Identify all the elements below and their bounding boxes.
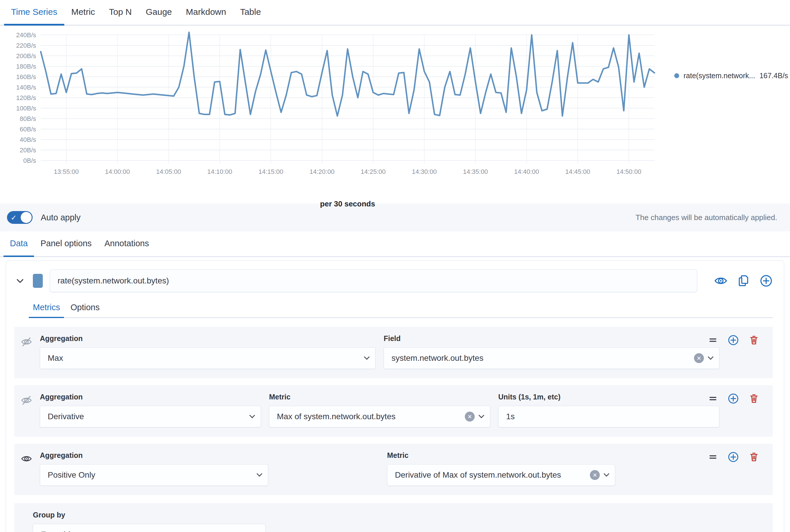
tab-data[interactable]: Data — [3, 231, 34, 257]
tab-metric[interactable]: Metric — [64, 0, 102, 25]
aggregation-select[interactable]: Positive Only — [40, 464, 268, 486]
metric-hidden-button[interactable] — [21, 395, 32, 407]
svg-text:14:20:00: 14:20:00 — [310, 168, 334, 175]
clear-selection-icon[interactable]: ✕ — [590, 470, 600, 480]
collapse-series-button[interactable] — [14, 276, 26, 286]
metric-value: Max of system.network.out.bytes — [277, 412, 396, 421]
units-label: Units (1s, 1m, etc) — [498, 393, 719, 401]
aggregation-label: Aggregation — [40, 393, 261, 401]
tab-options[interactable]: Options — [66, 299, 104, 318]
legend-series-label: rate(system.network... — [683, 72, 755, 80]
svg-text:14:15:00: 14:15:00 — [258, 168, 283, 175]
chevron-down-icon — [708, 354, 714, 360]
row-actions — [708, 334, 759, 346]
svg-text:13:55:00: 13:55:00 — [54, 168, 79, 175]
drag-handle-icon[interactable] — [708, 393, 718, 404]
add-metric-icon[interactable] — [728, 334, 739, 346]
metric-group: Metric Max of system.network.out.bytes ✕ — [269, 393, 490, 428]
eye-slash-icon — [21, 395, 32, 406]
chevron-down-icon — [364, 354, 370, 360]
tab-annotations[interactable]: Annotations — [98, 231, 155, 257]
svg-text:20B/s: 20B/s — [20, 147, 36, 154]
svg-text:14:35:00: 14:35:00 — [463, 168, 488, 175]
delete-metric-icon[interactable] — [748, 393, 759, 404]
group-by-label: Group by — [33, 511, 773, 519]
metric-combobox[interactable]: Max of system.network.out.bytes ✕ — [269, 406, 490, 428]
chevron-down-icon — [254, 531, 260, 532]
svg-text:60B/s: 60B/s — [20, 126, 36, 133]
metric-row-max: Aggregation Max Field system.network.out… — [14, 327, 773, 378]
auto-apply-toggle[interactable]: ✓ — [7, 211, 33, 224]
series-sub-tabs: Metrics Options — [29, 299, 773, 318]
eye-icon — [714, 274, 728, 287]
chevron-down-icon — [15, 276, 25, 286]
svg-text:180B/s: 180B/s — [16, 63, 36, 70]
field-label: Field — [384, 334, 719, 343]
aggregation-select[interactable]: Max — [40, 347, 375, 369]
chevron-down-icon — [604, 471, 610, 477]
check-icon: ✓ — [11, 214, 17, 222]
tab-time-series[interactable]: Time Series — [4, 0, 64, 25]
tab-panel-options[interactable]: Panel options — [34, 231, 98, 257]
add-metric-icon[interactable] — [728, 393, 739, 404]
series-header — [14, 268, 773, 293]
aggregation-label: Aggregation — [40, 451, 268, 460]
metric-label: Metric — [387, 451, 616, 460]
series-label-input[interactable] — [50, 269, 697, 292]
svg-text:0B/s: 0B/s — [23, 157, 36, 164]
delete-metric-icon[interactable] — [748, 335, 759, 346]
chart-legend-item[interactable]: rate(system.network... 167.4B/s — [674, 72, 788, 80]
svg-text:14:40:00: 14:40:00 — [514, 168, 539, 175]
svg-text:100B/s: 100B/s — [16, 104, 36, 112]
svg-text:14:25:00: 14:25:00 — [361, 168, 386, 175]
aggregation-label: Aggregation — [40, 334, 375, 343]
aggregation-select[interactable]: Derivative — [40, 406, 261, 428]
units-group: Units (1s, 1m, etc) — [498, 393, 719, 428]
field-combobox[interactable]: system.network.out.bytes ✕ — [384, 347, 719, 369]
clear-selection-icon[interactable]: ✕ — [694, 353, 704, 363]
drag-handle-icon[interactable] — [708, 452, 718, 462]
legend-color-dot — [674, 73, 679, 78]
drag-handle-icon[interactable] — [708, 335, 718, 345]
chart-canvas[interactable]: 0B/s20B/s40B/s60B/s80B/s100B/s120B/s140B… — [0, 30, 663, 192]
clear-selection-icon[interactable]: ✕ — [465, 412, 475, 421]
tab-gauge[interactable]: Gauge — [139, 0, 179, 25]
aggregation-value: Positive Only — [48, 470, 95, 480]
add-metric-icon[interactable] — [728, 451, 739, 463]
group-by-select[interactable]: Everything — [33, 524, 265, 532]
metric-hidden-button[interactable] — [21, 336, 32, 349]
eye-icon — [21, 453, 32, 464]
svg-text:220B/s: 220B/s — [16, 42, 36, 49]
metric-combobox[interactable]: Derivative of Max of system.network.out.… — [387, 464, 616, 486]
metric-label: Metric — [269, 393, 490, 401]
svg-text:14:10:00: 14:10:00 — [207, 168, 233, 175]
aggregation-field-group: Aggregation Positive Only — [40, 451, 268, 486]
copy-icon — [737, 274, 750, 287]
tab-top-n[interactable]: Top N — [102, 0, 139, 25]
metric-visible-button[interactable] — [21, 453, 32, 466]
clone-series-button[interactable] — [737, 274, 750, 287]
units-input[interactable] — [498, 406, 719, 428]
svg-text:40B/s: 40B/s — [20, 136, 36, 143]
delete-metric-icon[interactable] — [748, 452, 759, 462]
svg-text:160B/s: 160B/s — [16, 73, 36, 80]
svg-text:14:50:00: 14:50:00 — [617, 168, 641, 175]
series-editor-panel: Metrics Options — [6, 261, 784, 532]
metric-rows: Aggregation Max Field system.network.out… — [14, 327, 773, 532]
tab-metrics[interactable]: Metrics — [29, 299, 64, 318]
metric-value: Derivative of Max of system.network.out.… — [395, 470, 561, 480]
metric-group: Metric Derivative of Max of system.netwo… — [387, 451, 616, 486]
add-series-button[interactable] — [759, 274, 773, 287]
series-color-swatch[interactable] — [33, 274, 43, 288]
chevron-down-icon — [257, 471, 262, 477]
chart-interval-caption: per 30 seconds — [41, 200, 655, 208]
tab-table[interactable]: Table — [233, 0, 268, 25]
auto-apply-label: Auto apply — [41, 213, 80, 222]
metric-row-derivative: Aggregation Derivative Metric Max of sys… — [14, 385, 773, 437]
toggle-series-visibility-button[interactable] — [714, 274, 728, 287]
plus-circle-icon — [759, 274, 773, 287]
metric-row-positive-only: Aggregation Positive Only Metric Derivat… — [14, 444, 773, 495]
toggle-knob — [21, 212, 32, 223]
aggregation-value: Max — [48, 354, 63, 363]
tab-markdown[interactable]: Markdown — [179, 0, 233, 25]
